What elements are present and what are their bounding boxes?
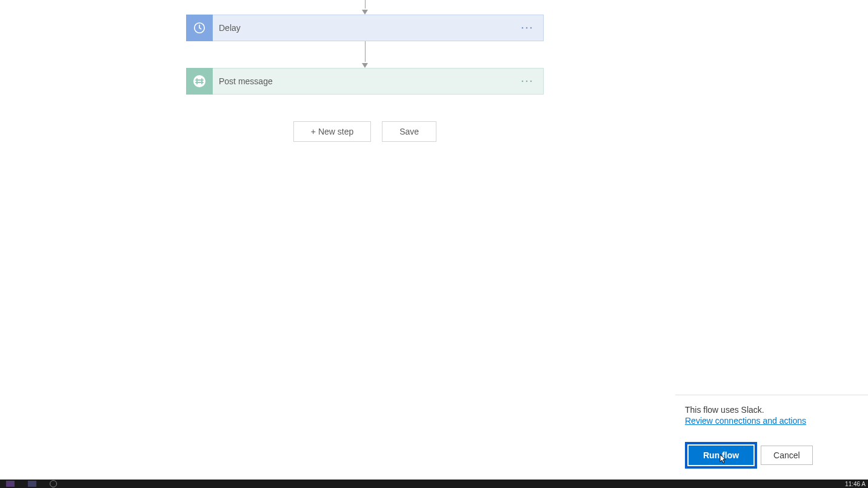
flow-steps-container: Delay Post message (186, 0, 544, 142)
step-label: Delay (213, 23, 521, 33)
svg-point-3 (530, 27, 532, 29)
cancel-button[interactable]: Cancel (761, 446, 813, 465)
run-flow-button[interactable]: Run flow (689, 446, 753, 465)
save-button[interactable]: Save (382, 121, 436, 142)
svg-point-7 (530, 81, 532, 82)
run-flow-panel: This flow uses Slack. Review connections… (675, 0, 868, 480)
clock-icon (186, 15, 213, 41)
taskbar-app-icon[interactable] (50, 480, 57, 487)
taskbar-app-icon[interactable] (28, 481, 36, 487)
svg-point-6 (526, 81, 528, 82)
run-flow-highlight: Run flow (685, 442, 757, 469)
hash-icon (186, 68, 213, 95)
panel-footer: This flow uses Slack. Review connections… (675, 395, 868, 480)
panel-button-row: Run flow Cancel (685, 442, 858, 469)
taskbar-apps (0, 480, 57, 487)
connection-info-text: This flow uses Slack. (685, 405, 858, 415)
svg-point-2 (526, 27, 528, 29)
flow-action-buttons: + New step Save (186, 121, 544, 142)
flow-connector-arrow (186, 0, 544, 15)
flow-step-post-message[interactable]: Post message (186, 68, 544, 95)
taskbar-app-icon[interactable] (6, 481, 15, 487)
new-step-button[interactable]: + New step (293, 121, 371, 142)
step-more-button[interactable] (521, 27, 543, 29)
review-connections-link[interactable]: Review connections and actions (685, 416, 806, 426)
taskbar[interactable]: 11:46 A (0, 480, 868, 488)
flow-canvas: Delay Post message (0, 0, 675, 480)
svg-point-1 (522, 27, 524, 29)
flow-step-delay[interactable]: Delay (186, 15, 544, 41)
taskbar-clock[interactable]: 11:46 A (845, 481, 868, 487)
flow-connector-arrow (186, 41, 544, 68)
step-more-button[interactable] (521, 80, 543, 82)
step-label: Post message (213, 76, 521, 86)
svg-point-4 (193, 75, 205, 87)
svg-point-5 (522, 81, 524, 82)
